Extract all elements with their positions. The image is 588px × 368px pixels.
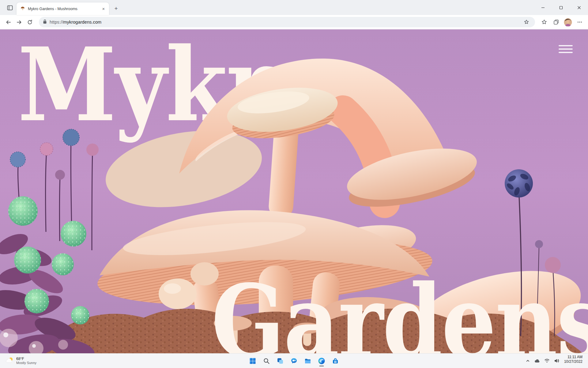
address-bar[interactable]: https://mykrogardens.com (39, 17, 535, 27)
network-wifi-icon[interactable] (542, 355, 552, 367)
toolbar-right-cluster (539, 17, 585, 28)
start-button-icon[interactable] (247, 355, 259, 367)
collections-icon[interactable] (551, 17, 561, 28)
edge-running-indicator (319, 366, 324, 366)
tab-title: Mykro Gardens - Mushrooms (28, 7, 98, 11)
clock-date: 10/27/2022 (564, 359, 582, 364)
system-tray: 11:11 AM 10/27/2022 (524, 355, 585, 367)
forward-icon[interactable] (14, 17, 24, 28)
back-icon[interactable] (3, 17, 14, 28)
profile-avatar[interactable] (563, 17, 573, 27)
refresh-icon[interactable] (24, 17, 35, 28)
url-scheme: https:// (50, 20, 63, 25)
brand-title-top: Mykro (18, 34, 330, 135)
search-icon[interactable] (260, 355, 273, 367)
url-host: mykrogardens.com (63, 20, 101, 25)
browser-tab[interactable]: Mykro Gardens - Mushrooms × (17, 2, 109, 15)
webpage-viewport: Mykro (0, 29, 588, 353)
tab-strip: Mykro Gardens - Mushrooms × + (0, 0, 588, 15)
weather-sun-cloud-icon (6, 356, 14, 366)
onedrive-cloud-icon[interactable] (533, 355, 542, 367)
volume-speaker-icon[interactable] (552, 355, 561, 367)
tab-actions-menu-icon[interactable] (4, 2, 16, 14)
browser-window: Mykro Gardens - Mushrooms × + (0, 0, 588, 368)
edge-browser-icon[interactable] (315, 355, 328, 367)
lock-icon[interactable] (43, 19, 47, 25)
weather-temp: 68°F (16, 357, 36, 361)
microsoft-store-icon[interactable] (329, 355, 341, 367)
taskbar-center-icons (247, 355, 341, 367)
hidden-icons-chevron-icon[interactable] (524, 355, 532, 367)
hamburger-menu-icon[interactable] (559, 44, 573, 55)
navigation-toolbar: https://mykrogardens.com (0, 15, 588, 29)
maximize-button[interactable] (552, 0, 570, 15)
favorites-icon[interactable] (539, 17, 549, 28)
chat-icon[interactable] (288, 355, 300, 367)
clock-widget[interactable]: 11:11 AM 10/27/2022 (562, 355, 585, 367)
brand-title-bottom: Gardens (211, 271, 588, 353)
clock-time: 11:11 AM (567, 355, 582, 359)
settings-more-icon[interactable] (574, 17, 585, 28)
close-window-button[interactable] (570, 0, 588, 15)
tab-favicon-mushroom-icon (20, 6, 25, 12)
taskbar: 68°F Mostly Sunny (0, 353, 588, 368)
add-favorite-star-icon[interactable] (522, 17, 531, 27)
minimize-button[interactable] (534, 0, 552, 15)
weather-widget[interactable]: 68°F Mostly Sunny (3, 355, 39, 366)
url-text: https://mykrogardens.com (50, 20, 101, 25)
tab-close-icon[interactable]: × (100, 6, 107, 12)
weather-condition: Mostly Sunny (16, 361, 36, 365)
task-view-icon[interactable] (274, 355, 286, 367)
new-tab-button[interactable]: + (111, 4, 121, 13)
window-controls (534, 0, 588, 15)
file-explorer-icon[interactable] (302, 355, 314, 367)
